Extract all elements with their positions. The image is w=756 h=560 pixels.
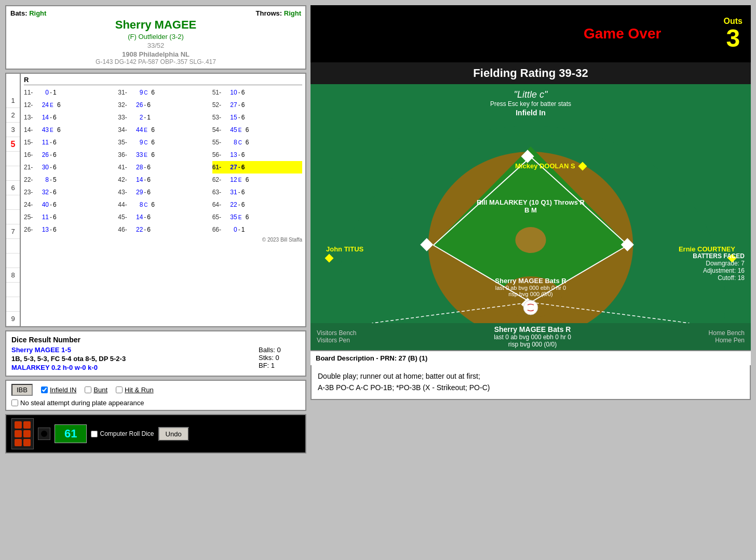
dice-row: 36-33E 6: [118, 149, 208, 161]
dice-row: 46-22 - 6: [118, 223, 208, 236]
svg-point-17: [523, 300, 538, 315]
copyright: © 2023 Bill Staffa: [24, 237, 302, 243]
dice-col-1: 11- 0 - 1 12-24E 6 13-14 - 6 14-43E 6 15…: [24, 86, 114, 236]
row-num-blank2: [6, 166, 20, 181]
dice-row: 23-32 - 6: [24, 186, 114, 198]
dice-row: 16-26 - 6: [24, 149, 114, 161]
board-description: Board Description - PRN: 27 (B) (1): [310, 350, 751, 365]
computer-roll-checkbox[interactable]: [91, 431, 98, 437]
dice-row: 31- 9C 6: [118, 86, 208, 99]
r-header: R: [24, 76, 29, 84]
player-subtitle: (F) Outfielder (3-2): [10, 33, 301, 41]
row-num-blank7: [6, 283, 20, 297]
die-pip-4: [23, 430, 31, 437]
dice-row: 52-27 - 6: [212, 99, 302, 111]
bf-count: BF: 1: [259, 362, 300, 369]
game-over-text: Game Over: [521, 25, 724, 42]
undo-button[interactable]: Undo: [158, 427, 189, 441]
computer-roll-label[interactable]: Computer Roll Dice: [91, 430, 154, 437]
svg-point-9: [515, 227, 546, 253]
dice-row: 32-26 - 6: [118, 99, 208, 111]
outs-number: 3: [724, 26, 743, 51]
dice-row: 66- 0 - 1: [212, 223, 302, 236]
dice-row: 33- 2 - 1: [118, 111, 208, 124]
visitors-bench-area: Visitors Bench Visitors Pen: [317, 329, 356, 344]
batters-faced-title: BATTERS FACED: [693, 252, 745, 260]
dice-row: 65-35E 6: [212, 211, 302, 223]
visitors-bench: Visitors Bench: [317, 329, 356, 337]
dice-row: 43-29 - 6: [118, 186, 208, 198]
dice-row: 14-43E 6: [24, 124, 114, 136]
row-num-blank5: [6, 239, 20, 254]
row-num-2: 2: [6, 108, 20, 123]
game-header: Game Over Outs 3: [310, 5, 751, 62]
hit-run-label: Hit & Run: [125, 386, 154, 394]
single-die: [38, 428, 50, 440]
ibb-button[interactable]: IBB: [11, 384, 33, 396]
dice-row: 41-28 - 6: [118, 161, 208, 174]
dice-row: 42-14 - 6: [118, 174, 208, 186]
dice-roller: 61 Computer Roll Dice Undo: [5, 414, 306, 454]
row-num-5: 5: [6, 137, 20, 152]
dice-row: 15-11 - 6: [24, 136, 114, 149]
computer-roll-text: Computer Roll Dice: [100, 430, 154, 437]
infield-in-checkbox-label[interactable]: Infield IN: [41, 386, 76, 394]
bunt-checkbox[interactable]: [85, 386, 91, 393]
dice-row: 54-45E 6: [212, 124, 302, 136]
dice-result-pitcher: MALARKEY 0.2 h-0 w-0 k-0: [11, 364, 126, 371]
dice-result-panel: Dice Result Number Sherry MAGEE 1-5 1B, …: [5, 330, 306, 377]
dice-table-container: 1 2 3 5 6 7 8 9 R: [5, 73, 306, 327]
batters-faced-panel: BATTERS FACED Downgrade: 7 Adjustment: 1…: [693, 252, 745, 282]
home-bench: Home Bench: [709, 329, 745, 337]
hit-run-checkbox-label[interactable]: Hit & Run: [116, 386, 154, 394]
dice-row: 22- 8 - 5: [24, 174, 114, 186]
row-num-blank4: [6, 210, 20, 224]
batter-center-name: Sherry MAGEE Bats R: [494, 325, 571, 334]
infield-in-checkbox[interactable]: [41, 386, 48, 393]
row-num-7: 7: [6, 224, 20, 239]
dice-table: R 11- 0 - 1 12-24E 6 13-14 - 6 14-43E 6 …: [20, 73, 306, 327]
little-c-label: "Little c": [310, 89, 751, 100]
ss-diamond-marker: [578, 162, 587, 170]
cutoff-info: Cutoff: 18: [693, 274, 745, 282]
dice-row: 13-14 - 6: [24, 111, 114, 124]
player-card: Bats: Right Throws: Right Sherry MAGEE (…: [5, 5, 306, 70]
right-panel: Game Over Outs 3 Fielding Rating 39-32: [310, 5, 751, 454]
player-name: Sherry MAGEE: [10, 18, 301, 32]
batter-info-center: Sherry MAGEE Bats R last 0 ab bvg 000 eb…: [494, 325, 571, 348]
stks-count: Stks: 0: [259, 354, 300, 362]
row-num-blank3: [6, 195, 20, 210]
batter-name-field: Sherry MAGEE Bats R: [310, 277, 751, 285]
balls-count: Balls: 0: [259, 346, 300, 354]
bats-label: Bats: Right: [10, 9, 46, 17]
dice-result-play: 1B, 5-3, 5-3, FC 5-4 ota 8-5, DP 5-2-3: [11, 355, 126, 363]
lf-player: John TITUS: [326, 245, 363, 263]
hit-run-checkbox[interactable]: [116, 386, 123, 393]
die-pip-black: [41, 431, 47, 437]
pitcher-bm: B M: [477, 206, 585, 214]
lf-diamond-marker: [325, 254, 334, 263]
dice-result-title: Dice Result Number: [11, 336, 300, 344]
die-pip-5: [15, 439, 22, 446]
dice-row: 53-15 - 6: [212, 111, 302, 124]
outs-panel: Outs 3: [724, 17, 743, 51]
die-pip-1: [15, 421, 22, 429]
dice-row: 45-14 - 6: [118, 211, 208, 223]
press-esc-label: Press Esc key for batter stats: [310, 100, 751, 108]
dice-row: 64-22 - 6: [212, 198, 302, 211]
batter-risp: risp bvg 000 (0/0): [310, 291, 751, 297]
batter-center-risp: risp bvg 000 (0/0): [494, 341, 571, 348]
no-steal-checkbox[interactable]: [11, 399, 18, 406]
downgrade-info: Downgrade: 7: [693, 260, 745, 267]
lf-name: John TITUS: [326, 245, 363, 253]
no-steal-label[interactable]: No steal attempt during plate appearance: [11, 399, 300, 407]
bunt-checkbox-label[interactable]: Bunt: [85, 386, 107, 394]
batter-center-info: last 0 ab bvg 000 ebh 0 hr 0: [494, 334, 571, 341]
player-card-header: Bats: Right Throws: Right: [10, 9, 301, 17]
dice-row: 24-40 - 6: [24, 198, 114, 211]
dice-row: 34-44E 6: [118, 124, 208, 136]
bench-info: Visitors Bench Visitors Pen Sherry MAGEE…: [310, 323, 751, 350]
player-number: 33/52: [10, 42, 301, 49]
dice-row: 25-11 - 6: [24, 211, 114, 223]
dice-col-2: 31- 9C 6 32-26 - 6 33- 2 - 1 34-44E 6 35…: [118, 86, 208, 236]
